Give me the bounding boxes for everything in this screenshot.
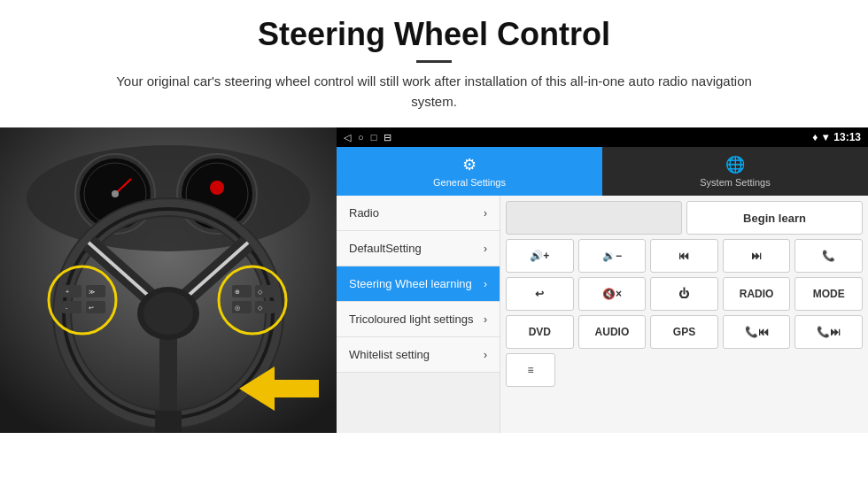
status-bar-right: ♦ ▾ 13:13 <box>812 131 861 143</box>
audio-button[interactable]: AUDIO <box>578 315 647 349</box>
phone-prev-button[interactable]: 📞⏮ <box>723 315 791 349</box>
svg-point-10 <box>210 181 224 195</box>
svg-text:⊕: ⊕ <box>235 289 240 295</box>
volume-down-icon: 🔉− <box>602 250 622 262</box>
page-title: Steering Wheel Control <box>35 16 833 53</box>
tabs-row: ⚙ General Settings 🌐 System Settings <box>337 147 868 196</box>
list-icon: ≡ <box>527 364 533 376</box>
volume-down-button[interactable]: 🔉− <box>578 239 647 273</box>
control-row-1: Begin learn <box>506 201 863 235</box>
control-row-4: DVD AUDIO GPS 📞⏮ 📞⏭ <box>506 315 863 349</box>
phone-next-icon: 📞⏭ <box>817 326 841 338</box>
car-image-section: + - ≫ ↩ ⊕ ◎ ◇ ◇ <box>0 127 337 433</box>
svg-text:+: + <box>66 289 69 295</box>
chevron-right-icon: › <box>484 243 487 255</box>
mute-button[interactable]: 🔇× <box>578 277 647 311</box>
mute-icon: 🔇× <box>602 288 622 300</box>
tab-general-label: General Settings <box>433 177 506 188</box>
mode-button[interactable]: MODE <box>794 277 863 311</box>
chevron-right-icon: › <box>484 278 487 290</box>
back-nav-icon[interactable]: ◁ <box>344 132 351 143</box>
mode-label: MODE <box>813 288 845 300</box>
power-icon: ⏻ <box>678 288 689 300</box>
control-row-3: ↩ 🔇× ⏻ RADIO MODE <box>506 277 863 311</box>
prev-track-button[interactable]: ⏮ <box>650 239 718 273</box>
wifi-icon: ▾ <box>823 131 828 143</box>
dvd-button[interactable]: DVD <box>506 315 574 349</box>
menu-steering-label: Steering Wheel learning <box>349 277 472 290</box>
volume-up-button[interactable]: 🔊+ <box>506 239 574 273</box>
phone-icon: 📞 <box>822 250 835 262</box>
menu-item-steering-wheel[interactable]: Steering Wheel learning › <box>337 266 500 302</box>
menu-tricoloured-label: Tricoloured light settings <box>349 312 473 326</box>
header-section: Steering Wheel Control Your original car… <box>0 0 868 119</box>
control-row-5: ≡ <box>506 353 863 387</box>
phone-prev-icon: 📞⏮ <box>745 326 769 338</box>
radio-label: RADIO <box>740 288 774 300</box>
begin-learn-button[interactable]: Begin learn <box>686 201 863 235</box>
svg-text:◎: ◎ <box>235 305 240 311</box>
menu-whitelist-label: Whitelist setting <box>349 348 430 361</box>
svg-point-20 <box>143 292 193 335</box>
audio-label: AUDIO <box>595 326 630 338</box>
gps-label: GPS <box>673 326 695 338</box>
empty-placeholder <box>506 201 682 235</box>
back-icon: ↩ <box>535 288 544 300</box>
dvd-label: DVD <box>529 326 551 338</box>
next-track-button[interactable]: ⏭ <box>723 239 791 273</box>
list-button[interactable]: ≡ <box>506 353 555 387</box>
menu-item-whitelist[interactable]: Whitelist setting › <box>337 337 500 373</box>
svg-text:≫: ≫ <box>89 289 95 295</box>
tab-system-settings[interactable]: 🌐 System Settings <box>602 147 868 196</box>
square-nav-icon[interactable]: □ <box>371 132 377 143</box>
svg-text:↩: ↩ <box>89 305 94 311</box>
chevron-right-icon: › <box>484 207 487 220</box>
home-nav-icon[interactable]: ○ <box>358 132 364 143</box>
control-row-2: 🔊+ 🔉− ⏮ ⏭ 📞 <box>506 239 863 273</box>
phone-button[interactable]: 📞 <box>794 239 863 273</box>
android-ui: ◁ ○ □ ⊟ ♦ ▾ 13:13 ⚙ General Settings <box>337 127 868 433</box>
gps-button[interactable]: GPS <box>650 315 718 349</box>
chevron-right-icon: › <box>484 313 487 326</box>
prev-track-icon: ⏮ <box>678 250 689 262</box>
signal-icon: ♦ <box>812 131 818 143</box>
main-content: Radio › DefaultSetting › Steering Wheel … <box>337 196 868 433</box>
time-display: 13:13 <box>833 131 861 143</box>
power-button[interactable]: ⏻ <box>650 277 718 311</box>
control-panel: Begin learn 🔊+ 🔉− ⏮ <box>500 196 868 433</box>
menu-item-default-setting[interactable]: DefaultSetting › <box>337 231 500 266</box>
menu-item-tricoloured[interactable]: Tricoloured light settings › <box>337 302 500 337</box>
globe-icon: 🌐 <box>725 155 745 174</box>
menu-item-radio[interactable]: Radio › <box>337 196 500 231</box>
content-row: + - ≫ ↩ ⊕ ◎ ◇ ◇ <box>0 127 868 486</box>
svg-point-6 <box>112 190 119 197</box>
page-container: Steering Wheel Control Your original car… <box>0 0 868 486</box>
status-bar: ◁ ○ □ ⊟ ♦ ▾ 13:13 <box>337 127 868 147</box>
svg-rect-40 <box>155 411 182 433</box>
menu-default-label: DefaultSetting <box>349 242 422 255</box>
phone-next-button[interactable]: 📞⏭ <box>794 315 863 349</box>
radio-mode-button[interactable]: RADIO <box>723 277 791 311</box>
gear-settings-icon: ⚙ <box>462 155 477 174</box>
menu-nav-icon[interactable]: ⊟ <box>384 132 391 143</box>
title-divider <box>416 60 452 63</box>
tab-system-label: System Settings <box>700 177 770 188</box>
back-button[interactable]: ↩ <box>506 277 574 311</box>
volume-up-icon: 🔊+ <box>530 250 549 262</box>
menu-radio-label: Radio <box>349 206 379 220</box>
subtitle-text: Your original car's steering wheel contr… <box>102 72 766 112</box>
status-bar-left: ◁ ○ □ ⊟ <box>344 132 391 143</box>
tab-general-settings[interactable]: ⚙ General Settings <box>337 147 602 196</box>
menu-list: Radio › DefaultSetting › Steering Wheel … <box>337 196 500 433</box>
chevron-right-icon: › <box>484 349 487 361</box>
next-track-icon: ⏭ <box>751 250 762 262</box>
